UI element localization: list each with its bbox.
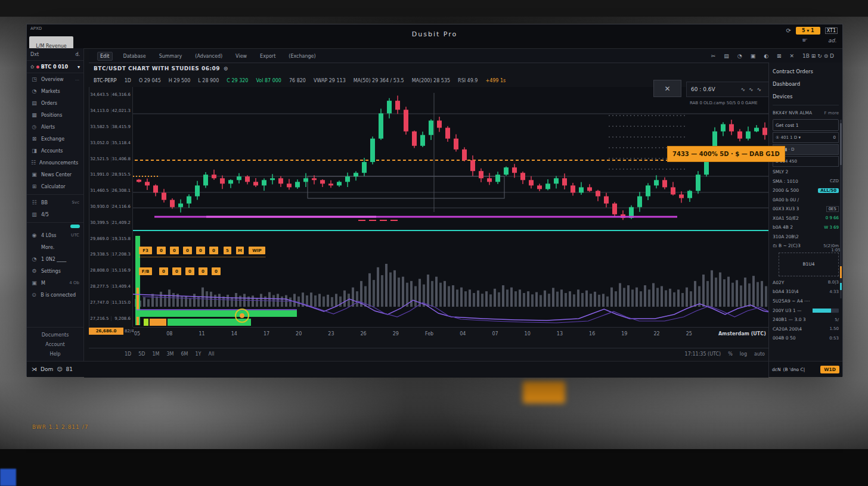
menu-tab-6[interactable]: (Exchange) [286,52,318,60]
panel-row[interactable]: b0A4 310\44:33 [773,287,839,297]
panel-header[interactable]: Dashboard [773,77,839,90]
panel-row[interactable]: A02YB.0|3 [773,278,839,288]
toolbar-icon-group[interactable]: 1B ⊞ ↻ ⊜ D [802,53,834,59]
sidebar-subitem[interactable]: ☷ BB Svc [27,197,83,208]
sidebar-toggle-pill[interactable] [70,225,80,228]
chevron-down-icon[interactable]: ▾ [78,64,80,70]
dom-bar[interactable]: ⋊ Dom ☺ 81 [27,361,84,377]
close-icon[interactable]: ✕ [664,85,670,93]
sidebar-subitem[interactable]: ▥ 4/5 [27,208,83,220]
menu-tab-3[interactable]: (Advanced) [193,52,225,60]
panel-row[interactable]: 310A 20B\2 [773,232,839,242]
panel-boxrow[interactable]: ① 401 1 D ▾0 [773,132,839,143]
indicator-legend-box[interactable]: 0 [209,247,218,254]
toolbar-icon-0[interactable]: ✂ [711,53,716,59]
sidebar-item[interactable]: ▦ Positions [27,109,83,121]
sidebar-item[interactable]: ⊠ Exchange [27,133,83,145]
study-mini-panel[interactable]: 60 : 0.6V ∿∿∿ [686,82,770,97]
range-button[interactable]: 6M [181,351,188,357]
panel-row[interactable]: b0A 4B 2W 3 69 [773,223,839,232]
indicator-legend-box[interactable]: WIP [249,247,265,254]
panel-row[interactable]: 0A00 b 0U / [773,195,839,205]
refresh-icon[interactable]: ⟳ [786,27,791,34]
range-button[interactable]: 1Y [196,351,202,357]
panel-subheader[interactable]: BKX4Y NVR ALMAF more [773,108,839,118]
sidebar-item[interactable]: ▤ Orders [27,97,83,109]
alert-price-label[interactable]: 7433 — 400% 5D · $ — DAB G1D [667,146,785,162]
indicator-legend-box[interactable]: 0 [159,267,168,275]
wave-icons[interactable]: ∿∿∿ [740,86,765,92]
sidebar-footer-item[interactable]: Account [27,339,83,349]
scale-option[interactable]: % [728,351,733,357]
indicator-legend-box[interactable]: 0 [196,247,205,254]
clock-icon[interactable]: ⊙ [224,66,228,71]
menu-tab-4[interactable]: View [233,52,249,60]
toolbar-icon-3[interactable]: ▣ [751,53,756,59]
panel-input[interactable]: Get cost 1 [773,119,839,131]
indicator-legend-box[interactable]: F/B [139,267,152,275]
star-icon[interactable]: ✩ [30,64,35,70]
toolbar-icon-6[interactable]: ✕ [790,53,795,59]
indicator-legend-box[interactable]: 0 [172,267,181,275]
sidebar-item[interactable]: ◨ Accounts [27,145,83,157]
toolbar-icon-1[interactable]: ▤ [724,53,729,59]
toolbar-icon-2[interactable]: ◔ [737,53,742,59]
indicator-legend-box[interactable]: 0 [199,267,207,275]
panel-row[interactable]: 004B 0 500:53 [773,334,839,343]
crosshair-tool-box[interactable]: ✕ [653,80,681,97]
sidebar-footer-item[interactable]: Help [27,349,83,359]
search-input[interactable]: Dxt [30,52,39,57]
menu-tab-1[interactable]: Database [121,52,148,60]
sidebar-tool[interactable]: ⚙ Settings [27,265,83,277]
scale-option[interactable]: 17:11:35 (UTC) [685,351,721,357]
indicator-legend-box[interactable]: F3 [139,247,152,254]
indicator-legend-box[interactable]: M [236,247,244,254]
sidebar-search[interactable]: Dxt d. [27,48,83,61]
panel-row[interactable]: CA20A 200\41.50 [773,325,839,334]
scale-option[interactable]: log [740,351,747,357]
indicator-legend-box[interactable]: 0 [185,267,194,275]
sidebar-item[interactable]: ▣ News Center [27,169,83,180]
sidebar-footer-item[interactable]: Documents [27,330,83,339]
panel-row[interactable]: 00X3 XU3 30E5 [773,204,839,214]
panel-row[interactable]: 240B1 — 3.0 35/ [773,315,839,325]
range-button[interactable]: 1D [125,351,131,357]
indicator-pane[interactable] [133,231,770,327]
scale-option[interactable]: auto [754,351,765,357]
sidebar-item[interactable]: ◳ Overview … [27,73,83,85]
panel-row[interactable]: 🗀 B ~ 2(C)35(2)0m [773,241,839,251]
sidebar-tool[interactable]: ▣ M 4 Ob [27,277,83,289]
sidebar-tool[interactable]: ◔ 1 0N2 ____ [27,253,83,265]
time-axis[interactable]: 050811141720232629Feb0407101316192225Ams… [133,327,770,340]
indicator-legend-box[interactable]: 0 [212,267,221,275]
panel-row[interactable]: SMLY 2 [773,167,839,177]
toolbar-icon-5[interactable]: ⊠ [777,53,782,59]
indicator-legend-box[interactable]: 0 [157,247,166,254]
range-button[interactable]: 3M [167,351,174,357]
sidebar-item[interactable]: ◔ Markets [27,85,83,97]
panel-dropzone[interactable]: B1U41:05 [779,253,839,276]
symbol-row[interactable]: ✩ BTC 0 010 ▾ [27,61,83,73]
live-button[interactable]: 5 ▾ 1 [796,27,820,35]
panel-row[interactable]: 5U25A9 ~ A4 ···· [773,297,839,306]
sidebar-tool[interactable]: ⊙ B is connected [27,289,83,301]
sidebar-item[interactable]: ◷ Alerts [27,121,83,133]
panel-row[interactable]: SMA : 1010CZD [773,177,839,186]
panel-action-mid[interactable]: (B 'dno C| [783,367,805,372]
panel-row[interactable]: X0A1 50/E20 9 66 [773,214,839,223]
indicator-legend-box[interactable]: 0 [170,247,179,254]
panel-row[interactable]: 2000 & 500ALL/50 [773,186,839,195]
menu-tab-2[interactable]: Summary [157,52,185,60]
sidebar-item[interactable]: ☷ Announcements [27,157,83,169]
range-button[interactable]: 5D [138,351,145,357]
indicator-legend-box[interactable]: 5 [224,247,231,254]
sidebar-tool[interactable]: More. [27,241,83,253]
dom-icon[interactable]: ⋊ [32,366,37,372]
sidebar-item[interactable]: ⊞ Calculator [27,180,83,192]
toolbar-icon-4[interactable]: ◐ [764,53,768,59]
range-button[interactable]: All [208,351,214,357]
submit-button[interactable]: W1D [820,366,839,373]
range-button[interactable]: 1M [153,351,160,357]
panel-header[interactable]: Devices [773,90,839,102]
menu-tab-5[interactable]: Export [258,52,278,60]
